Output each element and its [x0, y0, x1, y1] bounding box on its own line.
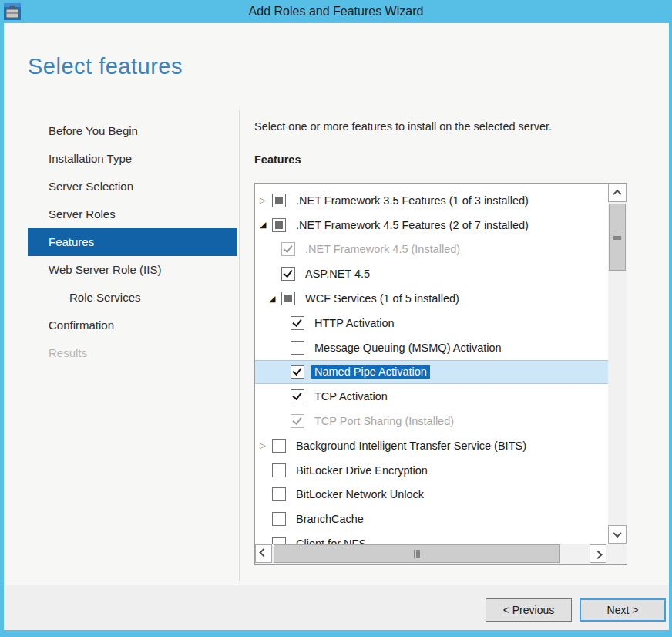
- tree-item-label: .NET Framework 3.5 Features (1 of 3 inst…: [293, 194, 532, 207]
- tree-item-label: WCF Services (1 of 5 installed): [302, 292, 462, 305]
- tree-row-wcf-services-1-of-5-installed[interactable]: ◢WCF Services (1 of 5 installed): [255, 286, 608, 311]
- scroll-right-button[interactable]: [590, 544, 606, 563]
- wizard-window: Add Roles and Features Wizard Select fea…: [0, 0, 672, 637]
- checkmark-icon: [292, 415, 301, 425]
- sidebar-item-before-you-begin[interactable]: Before You Begin: [28, 117, 237, 145]
- tree-item-label: TCP Port Sharing (Installed): [311, 414, 457, 428]
- tree-row-bitlocker-drive-encryption[interactable]: BitLocker Drive Encryption: [255, 458, 608, 483]
- footer: < Previous Next >: [4, 585, 669, 630]
- toolbox-icon: [3, 2, 22, 21]
- tree-item-label: HTTP Activation: [311, 316, 398, 330]
- tree-item-label: TCP Activation: [311, 389, 391, 403]
- sidebar-item-role-services[interactable]: Role Services: [28, 284, 237, 312]
- tree-item-label: Named Pipe Activation: [311, 365, 430, 379]
- checkmark-icon: [292, 317, 301, 327]
- tree-row-tcp-activation[interactable]: TCP Activation: [255, 384, 608, 409]
- sidebar-item-features[interactable]: Features: [28, 228, 237, 256]
- features-label: Features: [254, 153, 301, 166]
- tree-row-message-queuing-msmq-activation[interactable]: Message Queuing (MSMQ) Activation: [255, 335, 608, 360]
- tree-row-branchcache[interactable]: BranchCache: [255, 507, 608, 531]
- indeterminate-mark-icon: [284, 295, 292, 302]
- scroll-up-button[interactable]: [608, 184, 627, 202]
- collapse-arrow-icon[interactable]: ◢: [269, 295, 281, 303]
- nav-divider: [239, 110, 240, 581]
- wizard-body: Select features Before You BeginInstalla…: [4, 23, 669, 630]
- checkbox-branchcache[interactable]: [272, 512, 286, 526]
- checkbox-http-activation[interactable]: [291, 316, 304, 330]
- previous-button[interactable]: < Previous: [486, 598, 572, 622]
- horizontal-scrollbar[interactable]: [255, 544, 608, 564]
- checkbox-net-framework-3-5-features-1-of-3-installed[interactable]: [272, 194, 286, 207]
- checkmark-icon: [292, 366, 301, 376]
- tree-item-label: BitLocker Network Unlock: [293, 487, 427, 501]
- next-button[interactable]: Next >: [580, 598, 666, 622]
- checkbox-bitlocker-drive-encryption[interactable]: [272, 463, 286, 477]
- scrollbar-grip-icon: [613, 234, 621, 241]
- scroll-left-button[interactable]: [255, 544, 272, 563]
- instruction-text: Select one or more features to install o…: [254, 120, 552, 133]
- expand-arrow-icon[interactable]: ▷: [260, 442, 272, 450]
- chevron-up-icon: [613, 190, 621, 198]
- tree-row-named-pipe-activation[interactable]: Named Pipe Activation: [255, 360, 608, 385]
- tree-item-label: Message Queuing (MSMQ) Activation: [311, 341, 505, 355]
- tree-item-label: Client for NFS: [293, 537, 369, 544]
- scroll-down-button[interactable]: [608, 525, 627, 544]
- sidebar-item-installation-type[interactable]: Installation Type: [28, 145, 237, 173]
- checkbox-named-pipe-activation[interactable]: [291, 365, 304, 379]
- tree-item-label: BitLocker Drive Encryption: [293, 463, 431, 477]
- indeterminate-mark-icon: [275, 221, 283, 229]
- checkmark-icon: [283, 268, 292, 278]
- tree-row-net-framework-3-5-features-1-of-3-installed[interactable]: ▷.NET Framework 3.5 Features (1 of 3 ins…: [255, 188, 608, 213]
- sidebar-item-web-server-role-iis[interactable]: Web Server Role (IIS): [28, 256, 237, 284]
- checkbox-net-framework-4-5-installed[interactable]: [281, 242, 295, 256]
- scrollbar-grip-icon: [414, 550, 421, 558]
- features-tree: ▷.NET Framework 3.5 Features (1 of 3 ins…: [254, 183, 627, 565]
- tree-row-http-activation[interactable]: HTTP Activation: [255, 311, 608, 335]
- checkbox-background-intelligent-transfer-service-bits[interactable]: [272, 439, 286, 453]
- chevron-down-icon: [613, 529, 621, 538]
- tree-item-label: ASP.NET 4.5: [302, 267, 373, 281]
- tree-row-bitlocker-network-unlock[interactable]: BitLocker Network Unlock: [255, 483, 608, 507]
- vertical-scrollbar[interactable]: [608, 184, 627, 544]
- tree-row-net-framework-4-5-features-2-of-7-installed[interactable]: ◢.NET Framework 4.5 Features (2 of 7 ins…: [255, 213, 608, 238]
- checkbox-asp-net-4-5[interactable]: [281, 267, 295, 281]
- page-title: Select features: [28, 54, 183, 79]
- horizontal-scrollbar-thumb[interactable]: [274, 544, 560, 563]
- chevron-left-icon: [259, 548, 267, 557]
- chevron-right-icon: [593, 551, 602, 559]
- wizard-nav: Before You BeginInstallation TypeServer …: [28, 117, 237, 367]
- tree-row-net-framework-4-5-installed[interactable]: .NET Framework 4.5 (Installed): [255, 238, 608, 262]
- checkmark-icon: [283, 243, 292, 253]
- indeterminate-mark-icon: [275, 197, 283, 204]
- checkbox-wcf-services-1-of-5-installed[interactable]: [281, 292, 295, 305]
- tree-row-background-intelligent-transfer-service-bits[interactable]: ▷Background Intelligent Transfer Service…: [255, 433, 608, 458]
- checkbox-net-framework-4-5-features-2-of-7-installed[interactable]: [272, 218, 286, 232]
- vertical-scrollbar-thumb[interactable]: [609, 204, 626, 271]
- tree-row-asp-net-4-5[interactable]: ASP.NET 4.5: [255, 261, 608, 286]
- sidebar-item-confirmation[interactable]: Confirmation: [28, 312, 237, 339]
- sidebar-item-results: Results: [28, 339, 237, 367]
- tree-item-label: BranchCache: [293, 512, 367, 526]
- tree-item-label: .NET Framework 4.5 (Installed): [302, 242, 463, 256]
- expand-arrow-icon[interactable]: ▷: [260, 197, 272, 204]
- sidebar-item-server-roles[interactable]: Server Roles: [28, 201, 237, 228]
- checkbox-message-queuing-msmq-activation[interactable]: [291, 341, 304, 355]
- features-tree-viewport: ▷.NET Framework 3.5 Features (1 of 3 ins…: [255, 184, 608, 544]
- checkmark-icon: [292, 390, 301, 400]
- titlebar: Add Roles and Features Wizard: [0, 0, 672, 23]
- checkbox-client-for-nfs[interactable]: [272, 537, 286, 544]
- collapse-arrow-icon[interactable]: ◢: [260, 221, 272, 229]
- tree-row-tcp-port-sharing-installed[interactable]: TCP Port Sharing (Installed): [255, 409, 608, 433]
- tree-item-label: .NET Framework 4.5 Features (2 of 7 inst…: [293, 218, 532, 232]
- tree-item-label: Background Intelligent Transfer Service …: [293, 439, 529, 453]
- checkbox-bitlocker-network-unlock[interactable]: [272, 487, 286, 501]
- checkbox-tcp-port-sharing-installed[interactable]: [291, 414, 304, 428]
- checkbox-tcp-activation[interactable]: [291, 389, 304, 403]
- tree-row-client-for-nfs[interactable]: Client for NFS: [255, 531, 608, 544]
- scrollbar-corner: [608, 544, 627, 564]
- sidebar-item-server-selection[interactable]: Server Selection: [28, 173, 237, 201]
- window-title: Add Roles and Features Wizard: [249, 5, 424, 19]
